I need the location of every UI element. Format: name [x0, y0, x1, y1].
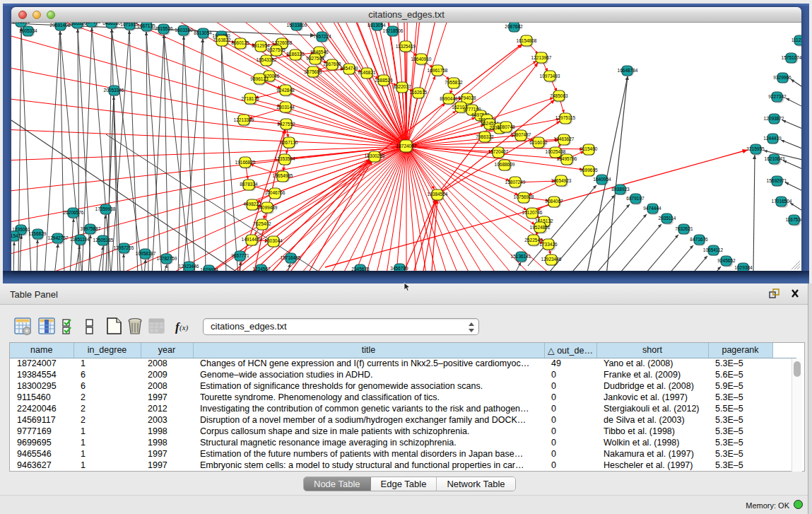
svg-text:10973493: 10973493	[540, 74, 560, 78]
svg-text:8813054: 8813054	[194, 30, 212, 35]
svg-text:16648784: 16648784	[618, 68, 638, 73]
svg-text:15495796: 15495796	[557, 156, 577, 161]
svg-text:12093872: 12093872	[764, 116, 784, 121]
svg-text:12975115: 12975115	[555, 115, 576, 120]
svg-text:10807487: 10807487	[511, 132, 531, 137]
svg-text:2588520: 2588520	[375, 78, 393, 83]
svg-text:6879197: 6879197	[626, 196, 645, 201]
svg-text:2345678: 2345678	[351, 267, 370, 271]
svg-text:16154808: 16154808	[517, 38, 537, 43]
svg-text:15751074: 15751074	[782, 55, 801, 60]
svg-text:9657771: 9657771	[231, 253, 249, 258]
svg-text:1603380: 1603380	[175, 28, 193, 33]
svg-text:2303044: 2303044	[264, 238, 283, 243]
svg-text:2005334: 2005334	[19, 28, 37, 33]
svg-text:7632621: 7632621	[675, 226, 693, 231]
svg-text:6216012: 6216012	[529, 140, 548, 145]
svg-text:8813054: 8813054	[367, 23, 386, 28]
svg-text:7955812: 7955812	[445, 80, 463, 85]
svg-text:16961758: 16961758	[428, 68, 448, 73]
svg-text:1029934: 1029934	[200, 267, 218, 271]
svg-text:(x): (x)	[180, 323, 189, 332]
svg-text:19654923: 19654923	[551, 178, 572, 183]
svg-text:1167534: 1167534	[786, 217, 801, 222]
svg-text:7625402: 7625402	[253, 221, 271, 226]
svg-text:9896123: 9896123	[250, 76, 269, 81]
svg-text:9245652: 9245652	[717, 258, 736, 263]
svg-text:1405572: 1405572	[12, 23, 30, 24]
svg-text:3915411: 3915411	[11, 233, 23, 238]
svg-text:9115460: 9115460	[580, 146, 598, 151]
svg-text:16033809: 16033809	[287, 23, 307, 28]
svg-text:8267130: 8267130	[280, 140, 298, 145]
svg-text:3875685: 3875685	[304, 69, 322, 74]
svg-text:19463627: 19463627	[554, 136, 575, 141]
svg-text:8454749: 8454749	[340, 66, 358, 71]
svg-text:3215955: 3215955	[746, 146, 765, 151]
svg-text:17016504: 17016504	[772, 199, 792, 204]
svg-text:17359938: 17359938	[95, 206, 116, 211]
svg-text:8322037: 8322037	[393, 84, 411, 89]
svg-text:39975887: 39975887	[81, 226, 101, 231]
svg-text:17957255: 17957255	[114, 245, 134, 250]
svg-text:7957224: 7957224	[313, 34, 331, 39]
svg-text:9699695: 9699695	[579, 168, 598, 173]
svg-text:19218506: 19218506	[383, 28, 404, 33]
svg-text:18724007: 18724007	[396, 144, 417, 148]
svg-text:1234567: 1234567	[252, 267, 271, 271]
svg-text:1112345: 1112345	[792, 37, 801, 42]
svg-text:18640910: 18640910	[411, 57, 432, 62]
svg-text:19166825: 19166825	[235, 160, 256, 165]
svg-text:9146821: 9146821	[358, 70, 376, 75]
svg-text:13226058: 13226058	[272, 40, 293, 45]
svg-text:6466160: 6466160	[102, 23, 121, 25]
svg-text:1162615: 1162615	[410, 90, 428, 95]
svg-text:8878334: 8878334	[240, 182, 258, 187]
svg-text:10958187: 10958187	[136, 251, 156, 256]
svg-text:1244419: 1244419	[763, 136, 782, 141]
svg-text:12213389: 12213389	[234, 117, 254, 122]
svg-text:20691406: 20691406	[50, 23, 71, 28]
svg-text:7163822: 7163822	[213, 37, 231, 42]
svg-text:1640954: 1640954	[593, 177, 611, 182]
svg-text:7485063: 7485063	[550, 93, 568, 98]
svg-text:9329966: 9329966	[773, 75, 792, 80]
svg-text:9327505: 9327505	[267, 47, 286, 52]
svg-text:16210643: 16210643	[765, 156, 785, 161]
svg-text:2935114: 2935114	[659, 216, 676, 221]
svg-text:19654985: 19654985	[273, 173, 293, 178]
svg-text:19524851: 19524851	[530, 225, 551, 230]
svg-text:12505185: 12505185	[93, 238, 114, 243]
svg-text:15716485: 15716485	[281, 255, 301, 260]
svg-text:15720407: 15720407	[488, 149, 509, 154]
svg-text:10046766: 10046766	[265, 190, 286, 195]
svg-text:16543382: 16543382	[257, 57, 277, 62]
svg-text:10654112: 10654112	[703, 247, 724, 252]
svg-text:20053346: 20053346	[104, 88, 124, 93]
svg-text:12923446: 12923446	[179, 264, 199, 269]
svg-text:15136141: 15136141	[511, 254, 531, 259]
svg-text:3456789: 3456789	[390, 266, 408, 271]
svg-text:8660125: 8660125	[231, 40, 249, 45]
svg-text:14914479: 14914479	[242, 237, 262, 242]
svg-text:9227342: 9227342	[768, 94, 787, 99]
svg-text:10120746: 10120746	[522, 210, 543, 215]
svg-text:7986322: 7986322	[476, 134, 494, 139]
svg-text:11325419: 11325419	[396, 44, 416, 49]
svg-text:26206576: 26206576	[64, 210, 84, 215]
svg-text:1667135: 1667135	[137, 23, 155, 28]
svg-text:12353594: 12353594	[275, 156, 295, 161]
svg-text:9474444: 9474444	[643, 206, 661, 211]
svg-text:18300295: 18300295	[365, 153, 385, 158]
svg-text:2718176: 2718176	[241, 96, 259, 101]
svg-text:11451194: 11451194	[70, 237, 90, 242]
svg-text:8990448: 8990448	[440, 96, 458, 101]
svg-text:2367608: 2367608	[323, 62, 341, 66]
svg-text:9084067: 9084067	[545, 199, 563, 204]
svg-text:1029384: 1029384	[734, 265, 753, 270]
svg-text:10025438: 10025438	[546, 149, 566, 154]
svg-text:1733426: 1733426	[539, 242, 558, 247]
svg-text:1156829: 1156829	[29, 231, 47, 236]
svg-text:12923446: 12923446	[541, 257, 562, 262]
svg-text:1080748: 1080748	[497, 124, 515, 129]
